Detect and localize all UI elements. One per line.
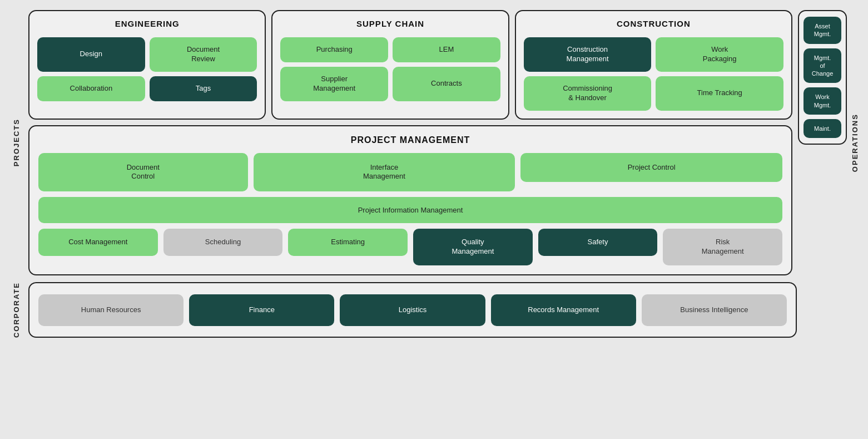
pm-project-info-mgmt-btn[interactable]: Project Information Management (38, 197, 782, 223)
main-area: PROJECTS ENGINEERING Design DocumentRevi… (10, 10, 858, 429)
projects-label: PROJECTS (10, 10, 23, 275)
project-management-box: PROJECT MANAGEMENT DocumentControl Inter… (28, 125, 792, 276)
pm-safety-wrap: Safety (538, 229, 658, 265)
pm-document-control-btn[interactable]: DocumentControl (38, 153, 248, 192)
construction-grid: ConstructionManagement WorkPackaging Com… (524, 37, 783, 111)
pm-project-control-btn[interactable]: Project Control (520, 153, 782, 182)
pm-cost-mgmt-wrap: Cost Management (38, 229, 158, 265)
pm-risk-mgmt-btn[interactable]: RiskManagement (663, 229, 782, 265)
pm-scheduling-btn[interactable]: Scheduling (163, 229, 283, 256)
pm-document-control-wrap: DocumentControl (38, 153, 248, 192)
corp-logistics-btn[interactable]: Logistics (340, 294, 485, 326)
ops-asset-mgmt-btn[interactable]: AssetMgmt. (803, 17, 841, 44)
ops-maint-btn[interactable]: Maint. (803, 119, 841, 138)
construction-title: CONSTRUCTION (524, 19, 783, 28)
commissioning-handover-btn[interactable]: Commissioning& Handover (524, 76, 652, 111)
pm-quality-mgmt-wrap: QualityManagement (413, 229, 533, 265)
operations-label: OPERATIONS (851, 10, 859, 275)
pm-interface-mgmt-btn[interactable]: InterfaceManagement (254, 153, 515, 192)
projects-inner: ENGINEERING Design DocumentReview Collab… (28, 10, 858, 275)
corporate-spacer (802, 282, 858, 338)
operations-wrapper: AssetMgmt. Mgmt.ofChange WorkMgmt. Maint… (798, 10, 847, 275)
corporate-inner: Human Resources Finance Logistics Record… (28, 282, 797, 338)
pm-scheduling-wrap: Scheduling (163, 229, 283, 265)
pm-estimating-btn[interactable]: Estimating (288, 229, 408, 256)
pm-top-row: DocumentControl InterfaceManagement Proj… (38, 153, 782, 192)
corp-human-resources-btn[interactable]: Human Resources (38, 294, 183, 326)
engineering-tags-btn[interactable]: Tags (150, 76, 257, 101)
supply-chain-purchasing-btn[interactable]: Purchasing (280, 37, 388, 62)
ops-mgmt-change-btn[interactable]: Mgmt.ofChange (803, 48, 841, 83)
construction-box: CONSTRUCTION ConstructionManagement Work… (515, 10, 792, 120)
corp-finance-btn[interactable]: Finance (189, 294, 334, 326)
supply-chain-title: SUPPLY CHAIN (280, 19, 500, 28)
ops-work-mgmt-btn[interactable]: WorkMgmt. (803, 87, 841, 115)
pm-safety-btn[interactable]: Safety (538, 229, 658, 256)
engineering-box: ENGINEERING Design DocumentReview Collab… (28, 10, 266, 120)
time-tracking-btn[interactable]: Time Tracking (656, 76, 783, 111)
pm-interface-mgmt-wrap: InterfaceManagement (254, 153, 515, 192)
work-packaging-btn[interactable]: WorkPackaging (656, 37, 783, 72)
construction-mgmt-btn[interactable]: ConstructionManagement (524, 37, 652, 72)
pm-cost-mgmt-btn[interactable]: Cost Management (38, 229, 158, 256)
supply-chain-lem-btn[interactable]: LEM (393, 37, 500, 62)
corp-records-mgmt-btn[interactable]: Records Management (491, 294, 636, 326)
supply-chain-supplier-mgmt-btn[interactable]: SupplierManagement (280, 67, 388, 101)
pm-risk-mgmt-wrap: RiskManagement (663, 229, 782, 265)
supply-chain-grid: Purchasing LEM SupplierManagement Contra… (280, 37, 500, 101)
corp-business-intelligence-btn[interactable]: Business Intelligence (642, 294, 787, 326)
engineering-design-btn[interactable]: Design (37, 37, 145, 72)
operations-inner: AssetMgmt. Mgmt.ofChange WorkMgmt. Maint… (798, 10, 847, 145)
supply-chain-box: SUPPLY CHAIN Purchasing LEM SupplierMana… (271, 10, 509, 120)
corporate-section: CORPORATE Human Resources Finance Logist… (10, 282, 858, 338)
pm-full-row-wrap: Project Information Management (38, 197, 782, 223)
engineering-grid: Design DocumentReview Collaboration Tags (37, 37, 257, 101)
pm-bottom-row: Cost Management Scheduling Estimating Qu… (38, 229, 782, 265)
projects-section: PROJECTS ENGINEERING Design DocumentRevi… (10, 10, 858, 275)
pm-quality-mgmt-btn[interactable]: QualityManagement (413, 229, 533, 265)
pm-project-control-wrap: Project Control (520, 153, 782, 192)
engineering-title: ENGINEERING (37, 19, 257, 28)
supply-chain-contracts-btn[interactable]: Contracts (393, 67, 500, 101)
pm-estimating-wrap: Estimating (288, 229, 408, 265)
engineering-document-review-btn[interactable]: DocumentReview (150, 37, 257, 72)
engineering-collaboration-btn[interactable]: Collaboration (37, 76, 145, 101)
project-management-title: PROJECT MANAGEMENT (38, 135, 782, 145)
corporate-label: CORPORATE (10, 282, 23, 338)
